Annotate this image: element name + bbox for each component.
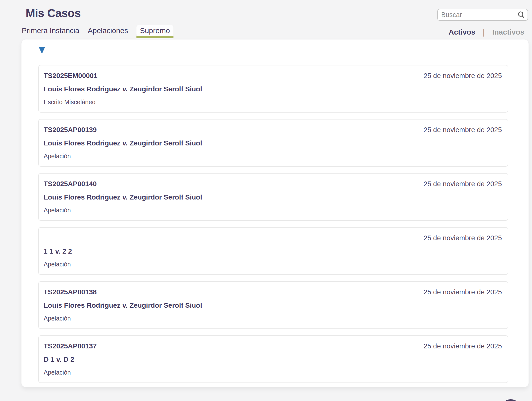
tab-apelaciones[interactable]: Apelaciones xyxy=(88,26,128,35)
filter-activos[interactable]: Activos xyxy=(449,28,475,36)
filter-inactivos[interactable]: Inactivos xyxy=(492,28,524,36)
case-number: TS2025AP00139 xyxy=(44,126,97,134)
my-cases-page: Mis Casos Primera Instancia Apelaciones … xyxy=(0,0,532,401)
case-date: 25 de noviembre de 2025 xyxy=(423,234,502,242)
page-title: Mis Casos xyxy=(26,6,81,20)
case-type: Escrito Misceláneo xyxy=(44,98,502,106)
case-title: Louis Flores Rodriguez v. Zeugirdor Sero… xyxy=(44,85,502,93)
case-card-header: TS2025AP00139 25 de noviembre de 2025 xyxy=(44,126,502,134)
case-card[interactable]: TS2025AP00139 25 de noviembre de 2025 Lo… xyxy=(38,119,508,167)
tab-primera-instancia[interactable]: Primera Instancia xyxy=(22,26,79,35)
court-level-tabs: Primera Instancia Apelaciones Supremo xyxy=(22,24,173,37)
triangle-down-icon[interactable] xyxy=(39,47,45,54)
case-type: Apelación xyxy=(44,369,502,376)
case-card[interactable]: TS2025AP00138 25 de noviembre de 2025 Lo… xyxy=(38,281,508,329)
case-number: TS2025AP00137 xyxy=(44,342,97,350)
tab-supremo[interactable]: Supremo xyxy=(136,25,173,36)
case-number: TS2025AP00138 xyxy=(44,288,97,296)
case-card[interactable]: 25 de noviembre de 2025 1 1 v. 2 2 Apela… xyxy=(38,227,508,275)
search-input[interactable] xyxy=(441,11,517,19)
case-date: 25 de noviembre de 2025 xyxy=(423,342,502,350)
cases-panel: TS2025EM00001 25 de noviembre de 2025 Lo… xyxy=(21,40,529,387)
case-card-header: TS2025AP00140 25 de noviembre de 2025 xyxy=(44,180,502,188)
case-number: TS2025AP00140 xyxy=(44,180,97,188)
case-card-header: TS2025EM00001 25 de noviembre de 2025 xyxy=(44,72,502,80)
case-card-header: TS2025AP00138 25 de noviembre de 2025 xyxy=(44,288,502,296)
case-card-header: TS2025AP00137 25 de noviembre de 2025 xyxy=(44,342,502,350)
case-type: Apelación xyxy=(44,315,502,322)
case-card-list: TS2025EM00001 25 de noviembre de 2025 Lo… xyxy=(38,65,508,389)
case-type: Apelación xyxy=(44,152,502,160)
floating-action-button[interactable] xyxy=(500,399,521,401)
search-icon[interactable] xyxy=(517,11,525,19)
case-title: 1 1 v. 2 2 xyxy=(44,247,502,256)
case-type: Apelación xyxy=(44,261,502,268)
case-date: 25 de noviembre de 2025 xyxy=(423,126,502,134)
case-card[interactable]: TS2025EM00001 25 de noviembre de 2025 Lo… xyxy=(38,65,508,113)
case-number: TS2025EM00001 xyxy=(44,72,97,80)
case-title: D 1 v. D 2 xyxy=(44,355,502,364)
case-title: Louis Flores Rodriguez v. Zeugirdor Sero… xyxy=(44,139,502,147)
search-box xyxy=(437,9,528,21)
case-date: 25 de noviembre de 2025 xyxy=(423,180,502,188)
case-title: Louis Flores Rodriguez v. Zeugirdor Sero… xyxy=(44,301,502,310)
case-date: 25 de noviembre de 2025 xyxy=(423,288,502,296)
case-date: 25 de noviembre de 2025 xyxy=(423,72,502,80)
case-card[interactable]: TS2025AP00137 25 de noviembre de 2025 D … xyxy=(38,335,508,383)
case-card-header: 25 de noviembre de 2025 xyxy=(44,234,502,242)
case-type: Apelación xyxy=(44,206,502,214)
case-title: Louis Flores Rodriguez v. Zeugirdor Sero… xyxy=(44,193,502,201)
status-filters: Activos | Inactivos xyxy=(449,27,524,38)
case-card[interactable]: TS2025AP00140 25 de noviembre de 2025 Lo… xyxy=(38,173,508,221)
filter-separator: | xyxy=(483,27,485,37)
